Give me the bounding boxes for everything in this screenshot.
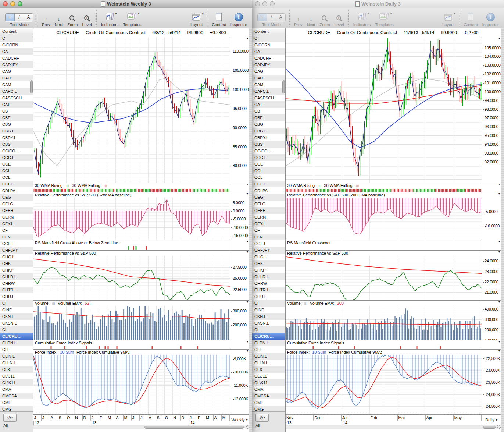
panel-menu-caret[interactable]: ▾ — [498, 192, 500, 195]
sidebar-item-cmg[interactable]: CMG — [0, 406, 33, 411]
chart-canvas-rp-lines[interactable] — [33, 256, 230, 300]
panel-menu-caret[interactable]: ▾ — [247, 349, 248, 353]
sidebar-item-cb[interactable]: CB — [252, 108, 285, 114]
sidebar-item-chtr-l[interactable]: CHTR.L — [252, 287, 285, 293]
close-button[interactable] — [3, 1, 8, 6]
sidebar-item-cgl-l[interactable]: CGL.L — [0, 240, 33, 247]
sidebar-item-cern[interactable]: CERN — [0, 214, 33, 220]
inspector-button[interactable]: i Inspector — [228, 12, 249, 27]
sidebar-item-ccc-l[interactable]: CCC.L — [252, 154, 285, 161]
sidebar-item-chfjpy[interactable]: CHFJPY — [0, 247, 33, 254]
prev-button[interactable]: ↑ Prev — [40, 12, 53, 27]
chart-canvas-main[interactable] — [286, 37, 482, 183]
sidebar-item-cl-cru-[interactable]: CL/CRU… — [0, 333, 33, 340]
sidebar-item-ca[interactable]: CA — [252, 48, 285, 55]
panel-menu-caret[interactable]: ▾ — [498, 300, 500, 304]
sidebar-item-clln-l[interactable]: CLLN.L — [252, 360, 285, 366]
sidebar-item-chkp[interactable]: CHKP — [252, 267, 285, 273]
sidebar-item-clin-l[interactable]: CLIN.L — [0, 353, 33, 360]
zoom-in-button[interactable]: + Level — [80, 12, 94, 27]
sidebar-item-chfjpy[interactable]: CHFJPY — [252, 247, 285, 254]
gear-menu-button[interactable]: ⚙▾ — [3, 414, 17, 422]
sidebar-item-cbg-l[interactable]: CBG.L — [252, 128, 285, 134]
sidebar-item-chg-l[interactable]: CHG.L — [0, 254, 33, 260]
panel-menu-caret[interactable]: ▾ — [247, 340, 248, 343]
sidebar-item-cadjpy[interactable]: CADJPY — [252, 61, 285, 68]
sidebar-item-cadjpy[interactable]: CADJPY — [0, 61, 33, 68]
sidebar-item-ceg[interactable]: CEG — [0, 194, 33, 201]
sidebar-item-cbs[interactable]: CBS — [0, 141, 33, 148]
sidebar-item-cl-j11[interactable]: CL\J11 — [252, 373, 285, 379]
sidebar-item-clin-l[interactable]: CLIN.L — [252, 353, 285, 360]
sidebar-item-ckn-l[interactable]: CKN.L — [252, 313, 285, 320]
sidebar-item-cam[interactable]: CAM — [252, 81, 285, 88]
panel-menu-caret[interactable]: ▾ — [498, 349, 500, 353]
sidebar-item-cma[interactable]: CMA — [0, 386, 33, 393]
sidebar-item-ccl[interactable]: CCL — [0, 174, 33, 181]
sidebar-item-capc-l[interactable]: CAPC.L — [0, 88, 33, 95]
sidebar-item-cinf[interactable]: CINF — [0, 307, 33, 313]
sidebar-item-chrw[interactable]: CHRW — [0, 280, 33, 287]
chart-canvas-mansfield[interactable] — [33, 245, 230, 250]
panel-menu-caret[interactable]: ▾ — [498, 37, 500, 40]
sidebar-item-cag[interactable]: CAG — [252, 68, 285, 75]
sidebar-item-cdi-pa[interactable]: CDI.PA — [252, 187, 285, 194]
minimize-button[interactable] — [10, 1, 15, 6]
panel-menu-caret[interactable]: ▾ — [247, 192, 248, 195]
sidebar-item-clln-l[interactable]: CLLN.L — [0, 360, 33, 366]
sidebar-item-ceph[interactable]: CEPH — [252, 207, 285, 214]
sidebar-item-cey-l[interactable]: CEY.L — [0, 220, 33, 227]
sidebar-item-cadchf[interactable]: CADCHF — [0, 55, 33, 61]
sidebar-item-cah[interactable]: CAH — [0, 75, 33, 81]
next-button[interactable]: ↓ Next — [53, 12, 65, 27]
sidebar-item-cag[interactable]: CAG — [0, 68, 33, 75]
sidebar-item-ccc-l[interactable]: CCC.L — [0, 154, 33, 161]
tool-text-button[interactable]: A — [276, 14, 285, 21]
panel-menu-caret[interactable]: ▾ — [498, 340, 500, 343]
tool-crosshair-button[interactable]: + — [6, 14, 15, 21]
sidebar-item-cam[interactable]: CAM — [0, 81, 33, 88]
window-titlebar[interactable]: Weinstein Daily 3 — [252, 0, 504, 8]
sidebar-item-ccl-l[interactable]: CCL.L — [252, 181, 285, 187]
sidebar-item-ccl[interactable]: CCL — [252, 174, 285, 181]
sidebar-item-cat[interactable]: CAT — [252, 101, 285, 108]
chart-canvas-force[interactable] — [33, 355, 230, 414]
sidebar-item-chu-l[interactable]: CHU.L — [0, 293, 33, 300]
panel-menu-caret[interactable]: ▾ — [247, 250, 248, 254]
sidebar-item-cah[interactable]: CAH — [252, 75, 285, 81]
sidebar-item-c-corn[interactable]: C/CORN — [252, 42, 285, 48]
sidebar-item-cl-k11[interactable]: CL\K11 — [0, 379, 33, 386]
sidebar-item-chtr-l[interactable]: CHTR.L — [0, 287, 33, 293]
templates-button[interactable]: ▾ Templates — [373, 12, 396, 27]
zoom-window-button[interactable] — [270, 1, 275, 6]
sidebar-item-c[interactable]: C — [0, 35, 33, 42]
sidebar-item-cldn-l[interactable]: CLDN.L — [252, 340, 285, 346]
tool-trendline-button[interactable]: / — [267, 14, 276, 21]
zoom-out-button[interactable]: − Zoom — [317, 12, 332, 27]
sidebar-item-clx[interactable]: CLX — [252, 366, 285, 373]
chart-canvas-volume[interactable] — [33, 306, 230, 340]
sidebar-item-cbry-l[interactable]: CBRY.L — [252, 134, 285, 141]
panel-menu-caret[interactable]: ▾ — [247, 300, 248, 304]
sidebar-item-cl[interactable]: CL — [252, 326, 285, 333]
templates-button[interactable]: ▾ Templates — [121, 12, 143, 27]
sidebar-item-chrw[interactable]: CHRW — [252, 280, 285, 287]
sidebar-item-cbe[interactable]: CBE — [0, 114, 33, 121]
sidebar-item-ci[interactable]: CI — [0, 300, 33, 307]
inspector-button[interactable]: i Inspector — [480, 12, 501, 27]
sidebar-item-cbs[interactable]: CBS — [252, 141, 285, 148]
sidebar-item-cldn-l[interactable]: CLDN.L — [0, 340, 33, 346]
sidebar-item-cce[interactable]: CCE — [252, 161, 285, 167]
resize-grip-icon[interactable] — [497, 425, 501, 429]
sidebar-item-cl-k11[interactable]: CL\K11 — [252, 379, 285, 386]
indicators-button[interactable]: ▾ Indicators — [99, 12, 121, 27]
chart-canvas-force[interactable] — [286, 355, 482, 414]
sidebar-item-cma[interactable]: CMA — [252, 386, 285, 393]
sidebar-item-chu-l[interactable]: CHU.L — [252, 293, 285, 300]
sidebar-scroll-thumb[interactable] — [30, 80, 33, 93]
sidebar-item-casesch[interactable]: CASESCH — [0, 95, 33, 101]
sidebar-item-cf[interactable]: CF — [0, 227, 33, 234]
sidebar-item-chkp[interactable]: CHKP — [0, 267, 33, 273]
panel-menu-caret[interactable]: ▾ — [498, 240, 500, 243]
horizontal-scroll-thumb[interactable] — [483, 426, 496, 429]
